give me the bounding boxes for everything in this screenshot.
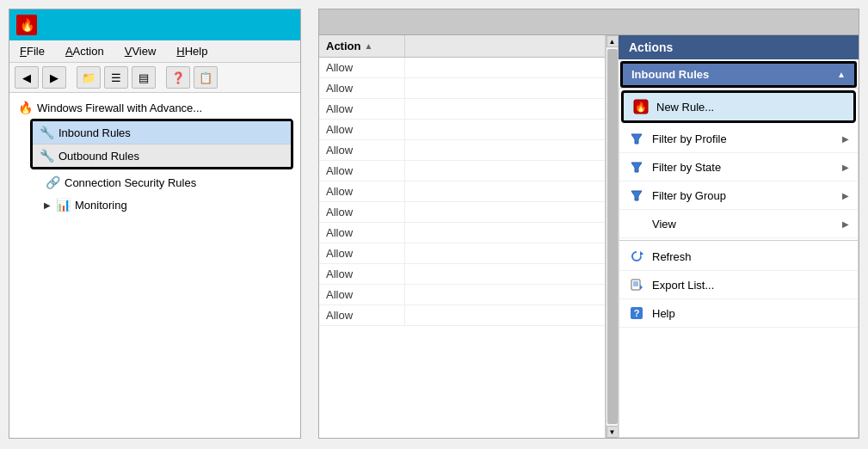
table-rows: Allow Allow Allow Allow Allow Allow Allo…: [319, 58, 605, 326]
action-column-header[interactable]: Action ▲: [319, 35, 405, 57]
connection-icon: 🔗: [44, 174, 61, 191]
help-label: Help: [652, 307, 849, 320]
forward-button[interactable]: ▶: [42, 66, 66, 89]
help-toolbar-button[interactable]: ❓: [166, 66, 190, 89]
export-list-label: Export List...: [652, 279, 849, 292]
export-list-action[interactable]: Export List...: [619, 271, 858, 299]
app-icon: 🔥: [16, 15, 37, 35]
menu-file[interactable]: FFile: [16, 43, 48, 59]
tree-root[interactable]: 🔥 Windows Firewall with Advance...: [9, 96, 300, 119]
section-collapse-icon: ▲: [837, 70, 846, 79]
filter-group-label: Filter by Group: [652, 189, 835, 202]
filter-group-arrow: ▶: [842, 191, 849, 200]
filter-profile-icon: [628, 130, 645, 147]
folder-button[interactable]: 📁: [77, 66, 101, 89]
scroll-up-button[interactable]: ▲: [606, 35, 619, 47]
tree-monitoring[interactable]: ▶ 📊 Monitoring: [9, 194, 300, 216]
tree-inbound[interactable]: 🔧 Inbound Rules: [33, 121, 291, 144]
back-button[interactable]: ◀: [15, 66, 39, 89]
view-button[interactable]: ☰: [104, 66, 128, 89]
filter-state-icon: [628, 158, 645, 175]
root-icon: 🔥: [16, 99, 34, 116]
menu-help[interactable]: HHelp: [173, 43, 211, 59]
refresh-icon: [628, 248, 645, 265]
left-panel: 🔥 FFile AAction VView HHelp ◀ ▶ 📁 ☰ ▤ ❓ …: [9, 9, 301, 439]
table-row[interactable]: Allow: [319, 243, 605, 264]
new-rule-action[interactable]: 🔥 New Rule...: [621, 90, 856, 123]
right-header: [319, 9, 859, 35]
table-row[interactable]: Allow: [319, 285, 605, 305]
svg-marker-5: [640, 251, 643, 256]
refresh-action[interactable]: Refresh: [619, 243, 858, 271]
inbound-icon: 🔧: [38, 124, 55, 141]
filter-state-arrow: ▶: [842, 163, 849, 172]
table-header: Action ▲: [319, 35, 605, 58]
table-row[interactable]: Allow: [319, 78, 605, 99]
expand-icon[interactable]: ▶: [44, 200, 51, 210]
svg-marker-10: [640, 285, 643, 290]
actions-section-header[interactable]: Inbound Rules ▲: [620, 61, 857, 88]
outbound-icon: 🔧: [38, 147, 55, 164]
table-row[interactable]: Allow: [319, 305, 605, 326]
menu-bar: FFile AAction VView HHelp: [9, 40, 300, 63]
title-bar: 🔥: [9, 9, 300, 40]
scroll-down-button[interactable]: ▼: [606, 426, 619, 438]
view-arrow: ▶: [842, 219, 849, 229]
vertical-scrollbar[interactable]: ▲ ▼: [606, 35, 618, 438]
table-row[interactable]: Allow: [319, 202, 605, 223]
tree-outbound[interactable]: 🔧 Outbound Rules: [33, 144, 291, 167]
scroll-thumb[interactable]: [607, 49, 618, 424]
filter-state-action[interactable]: Filter by State ▶: [619, 153, 858, 181]
toolbar: ◀ ▶ 📁 ☰ ▤ ❓ 📋: [9, 63, 300, 93]
sort-arrow-icon: ▲: [364, 41, 372, 51]
list-button[interactable]: ▤: [132, 66, 156, 89]
monitoring-icon: 📊: [54, 196, 71, 213]
new-rule-icon: 🔥: [632, 98, 649, 115]
svg-rect-6: [631, 280, 640, 290]
filter-profile-arrow: ▶: [842, 134, 849, 144]
view-action[interactable]: View ▶: [619, 210, 858, 238]
actions-divider: [619, 240, 858, 241]
svg-marker-2: [631, 134, 642, 144]
table-row[interactable]: Allow: [319, 58, 605, 78]
filter-group-icon: [628, 187, 645, 204]
actions-panel: Actions Inbound Rules ▲ 🔥 New Rule...: [618, 35, 859, 438]
table-row[interactable]: Allow: [319, 140, 605, 161]
tree-connection[interactable]: 🔗 Connection Security Rules: [9, 171, 300, 194]
svg-text:🔥: 🔥: [635, 101, 647, 113]
filter-profile-label: Filter by Profile: [652, 132, 835, 145]
table-row[interactable]: Allow: [319, 161, 605, 181]
table-row[interactable]: Allow: [319, 223, 605, 243]
svg-marker-4: [631, 191, 642, 200]
table-row[interactable]: Allow: [319, 264, 605, 285]
svg-text:?: ?: [634, 308, 640, 318]
right-content: Action ▲ Allow Allow Allow Allow Allow A…: [319, 35, 859, 438]
properties-button[interactable]: 📋: [194, 66, 218, 89]
table-row[interactable]: Allow: [319, 181, 605, 202]
svg-marker-3: [631, 163, 642, 172]
table-row[interactable]: Allow: [319, 120, 605, 140]
filter-group-action[interactable]: Filter by Group ▶: [619, 181, 858, 210]
menu-action[interactable]: AAction: [62, 43, 108, 59]
new-rule-label: New Rule...: [656, 101, 845, 114]
view-icon: [628, 215, 645, 232]
help-action[interactable]: ? Help: [619, 299, 858, 328]
filter-state-label: Filter by State: [652, 161, 835, 174]
table-row[interactable]: Allow: [319, 99, 605, 120]
right-panel: Action ▲ Allow Allow Allow Allow Allow A…: [318, 9, 859, 439]
tree-area: 🔥 Windows Firewall with Advance... 🔧 Inb…: [9, 93, 300, 438]
refresh-label: Refresh: [652, 250, 849, 263]
filter-profile-action[interactable]: Filter by Profile ▶: [619, 125, 858, 153]
export-list-icon: [628, 276, 645, 293]
help-icon: ?: [628, 304, 645, 322]
actions-list: 🔥 New Rule... Filter by Profile ▶: [619, 88, 859, 438]
actions-panel-header: Actions: [619, 35, 859, 59]
view-label: View: [652, 218, 835, 231]
main-table: Action ▲ Allow Allow Allow Allow Allow A…: [319, 35, 606, 438]
menu-view[interactable]: VView: [121, 43, 160, 59]
